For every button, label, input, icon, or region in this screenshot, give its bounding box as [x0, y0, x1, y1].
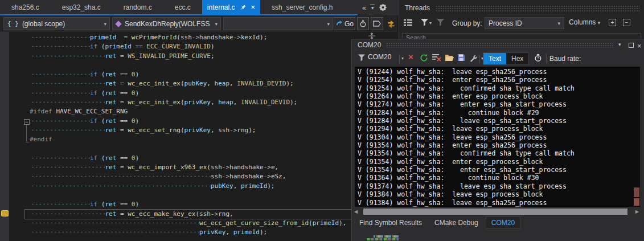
timer-button[interactable]: [357, 17, 369, 30]
code-line: if (ret == 0): [30, 89, 399, 98]
serial-monitor-toolbar: COM20 ▾ × ▾ Text Hex: [352, 51, 644, 67]
code-line: privKey, primeId);: [30, 228, 399, 237]
tab-label: internal.c: [207, 3, 235, 11]
tab-label: ecc.c: [175, 3, 191, 11]
code-line: wc_ecc_get_curve_size_from_id(primeId),: [30, 219, 399, 228]
log-line: V (91354) wolf_hw_sha: confirmed sha typ…: [358, 149, 640, 157]
code-line: if (primeId == ECC_CURVE_INVALID): [30, 42, 399, 51]
log-line: V (91364) wolf_hw_sha: continue block #3…: [358, 174, 640, 182]
tab-ecc.c[interactable]: ecc.c: [163, 0, 202, 14]
tab-label: sha256.c: [11, 3, 39, 11]
tab-esp32_sha.c[interactable]: esp32_sha.c: [51, 0, 112, 14]
projects-dropdown[interactable]: ▾: [223, 17, 333, 30]
navigate-steps-button[interactable]: [385, 17, 397, 30]
log-scroll-bottom-button[interactable]: [634, 198, 639, 206]
collapse-all-icon[interactable]: −: [623, 19, 630, 26]
horizontal-scrollbar-thumb[interactable]: [363, 209, 627, 215]
log-line: V (91264) wolf_hw_sha: enter esp_process…: [358, 92, 640, 100]
open-folder-icon[interactable]: [445, 54, 454, 62]
log-line: V (91254) wolf_hw_sha: enter esp_sha256_…: [358, 76, 640, 84]
code-line: ret = wc_ecc_init_ex(privKey, heap, INVA…: [30, 98, 399, 107]
tab-ssh_server_config.h[interactable]: ssh_server_config.h: [260, 0, 344, 14]
log-vertical-scrollbar-thumb[interactable]: [634, 187, 639, 197]
save-icon[interactable]: [457, 54, 465, 62]
window-position-icon[interactable]: ▾: [618, 42, 621, 47]
serial-log[interactable]: V (91244) wolf_hw_sha: leave esp_sha256_…: [355, 67, 640, 207]
search-input[interactable]: Search: [402, 33, 641, 39]
chevron-down-icon[interactable]: ▾: [401, 56, 404, 61]
log-line: V (91374) wolf_hw_sha: leave esp_sha_sta…: [358, 182, 640, 190]
refresh-icon[interactable]: [420, 54, 428, 62]
wrench-icon[interactable]: [469, 54, 478, 62]
bottom-tab-find-symbol-results[interactable]: Find Symbol Results: [354, 217, 427, 228]
threads-panel-title: Threads: [405, 4, 430, 12]
log-line: V (91354) wolf_hw_sha: enter esp_sha_sta…: [358, 166, 640, 174]
tab-sha256.c[interactable]: sha256.c: [0, 0, 51, 14]
pin-icon[interactable]: [240, 4, 247, 11]
tab-internal.c[interactable]: internal.c×: [202, 0, 260, 14]
tab-random.c[interactable]: random.c: [112, 0, 163, 14]
log-line: V (91284) wolf_hw_sha: leave esp_sha_sta…: [358, 117, 640, 125]
code-line: ssh->handshake->eSz,: [30, 172, 399, 181]
editor-navigation-bar: { } (global scope) ▾ SendKexDhReply(WOLF…: [0, 15, 397, 32]
filter-icon[interactable]: [420, 18, 429, 26]
log-horizontal-scrollbar[interactable]: ◀ ▶: [352, 207, 641, 216]
orange-arrows-icon: [387, 19, 396, 28]
log-line: V (91284) wolf_hw_sha: continue block #2…: [358, 109, 640, 117]
search-placeholder: Search: [406, 34, 426, 39]
disconnect-icon[interactable]: ×: [408, 52, 413, 62]
bottom-tab-cmake-debug[interactable]: CMake Debug: [429, 217, 483, 228]
code-line: [30, 191, 399, 200]
columns-dropdown[interactable]: Columns ▾: [569, 18, 600, 26]
serial-monitor-titlebar[interactable]: COM20 ▾ ×: [352, 39, 644, 51]
columns-list-icon[interactable]: [403, 18, 413, 27]
clear-log-icon[interactable]: [432, 54, 442, 62]
chevron-down-icon[interactable]: ▾: [429, 21, 432, 26]
hex-mode-button[interactable]: Hex: [506, 53, 528, 64]
tab-label: random.c: [124, 3, 152, 11]
group-by-dropdown[interactable]: Process ID ▾: [485, 17, 564, 29]
code-line: ret = wc_ecc_set_rng(privKey, ssh->rng);: [30, 126, 399, 135]
log-line: V (91294) wolf_hw_sha: leave esp_process…: [358, 125, 640, 133]
code-line: if (ret == 0): [30, 70, 399, 79]
expand-all-icon[interactable]: +: [609, 19, 616, 26]
close-icon[interactable]: ×: [251, 5, 256, 10]
go-button[interactable]: Go: [334, 17, 355, 30]
code-line: ret = wc_ecc_make_key_ex(ssh->rng,: [25, 210, 399, 219]
filter-icon[interactable]: [358, 54, 366, 62]
gear-icon[interactable]: [379, 3, 387, 11]
code-line: #ifdef HAVE_WC_ECC_SET_RNG: [30, 107, 399, 116]
port-dropdown[interactable]: COM20: [368, 53, 391, 61]
code-area: primeId = wcPrimeForId(ssh->handshake->k…: [0, 33, 399, 238]
stopwatch-icon[interactable]: [534, 54, 542, 62]
bottom-tabs: Find Symbol ResultsCMake DebugCOM20: [354, 217, 520, 229]
background-artifact: [367, 235, 399, 241]
tag-button[interactable]: [371, 17, 383, 30]
close-icon[interactable]: ×: [637, 42, 642, 50]
clear-filter-icon[interactable]: [436, 18, 445, 26]
member-dropdown[interactable]: SendKexDhReply(WOLFSSH ▾: [112, 17, 221, 30]
baud-rate-label: Baud rate:: [549, 55, 581, 63]
braces-icon: { }: [7, 20, 19, 27]
scroll-left-icon[interactable]: ◀: [354, 209, 358, 214]
code-collapse-icon[interactable]: −: [24, 119, 30, 125]
log-line: V (91354) wolf_hw_sha: enter esp_sha256_…: [358, 141, 640, 149]
log-line: V (91354) wolf_hw_sha: enter esp_process…: [358, 158, 640, 166]
group-by-value: Process ID: [489, 19, 522, 27]
tab-overflow-icon[interactable]: «: [362, 3, 366, 12]
scope-dropdown[interactable]: { } (global scope) ▾: [3, 17, 110, 30]
code-line: if (ret == 0): [30, 154, 399, 163]
go-arrow-icon: [335, 20, 343, 27]
code-line: #endif: [30, 135, 399, 144]
maximize-icon[interactable]: [629, 43, 634, 48]
threads-panel: Threads ▾ Group by: Process ID ▾ Columns…: [399, 0, 644, 39]
method-icon: [115, 21, 121, 27]
bottom-tab-com20[interactable]: COM20: [486, 217, 520, 229]
code-editor[interactable]: primeId = wcPrimeForId(ssh->handshake->k…: [0, 32, 399, 241]
scroll-right-icon[interactable]: ▶: [635, 209, 639, 214]
log-line: V (91304) wolf_hw_sha: leave esp_sha256_…: [358, 133, 640, 141]
tag-icon: [373, 21, 381, 27]
document-tabs: sha256.cesp32_sha.crandom.cecc.cinternal…: [0, 0, 344, 14]
text-mode-button[interactable]: Text: [483, 53, 506, 64]
tab-list-dropdown-icon[interactable]: ▼: [370, 5, 375, 11]
